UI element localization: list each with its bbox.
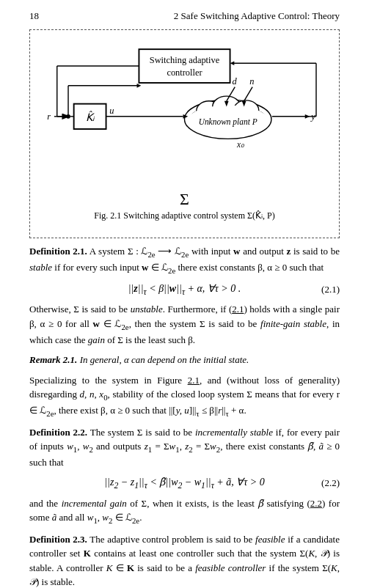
chapter-title: 2 Safe Switching Adaptive Control: Theor… bbox=[174, 10, 340, 22]
svg-line-24 bbox=[244, 87, 252, 101]
paragraph-fig-2-1: Specializing to the system in Figure 2.1… bbox=[29, 373, 340, 419]
equation-2-2: ||z2 − z1||τ < β̃||w2 − w1||τ + ã, ∀τ > … bbox=[29, 476, 340, 490]
svg-text:controller: controller bbox=[167, 67, 202, 78]
svg-text:d: d bbox=[232, 76, 237, 87]
diagram-svg: Switching adaptive controller K̂ᵢ Unknow… bbox=[37, 40, 332, 187]
svg-text:n: n bbox=[249, 76, 254, 87]
svg-text:K̂ᵢ: K̂ᵢ bbox=[86, 111, 95, 123]
remark-2-1-label: Remark 2.1. bbox=[29, 354, 77, 365]
page: 18 2 Safe Switching Adaptive Control: Th… bbox=[0, 0, 369, 588]
page-number: 18 bbox=[29, 10, 39, 22]
diagram: Switching adaptive controller K̂ᵢ Unknow… bbox=[37, 40, 332, 187]
svg-marker-39 bbox=[137, 84, 142, 88]
definition-2-2-block: Definition 2.2. The system Σ is said to … bbox=[29, 425, 340, 470]
eq-2-2-number: (2.2) bbox=[321, 477, 340, 489]
remark-2-1-text: In general, α can depend on the initial … bbox=[80, 354, 249, 365]
equation-2-1: ||z||τ < β||w||τ + α, ∀τ > 0 . (2.1) bbox=[29, 282, 340, 297]
eq-2-1-content: ||z||τ < β||w||τ + α, ∀τ > 0 . bbox=[128, 282, 241, 297]
eq-2-1-number: (2.1) bbox=[321, 284, 340, 295]
paragraph-after-def-2-2: and the incremental gain of Σ, when it e… bbox=[29, 496, 340, 526]
svg-point-15 bbox=[66, 114, 70, 119]
svg-text:x₀: x₀ bbox=[236, 140, 245, 149]
eq-2-2-content: ||z2 − z1||τ < β̃||w2 − w1||τ + ã, ∀τ > … bbox=[104, 476, 264, 490]
svg-text:u: u bbox=[109, 106, 114, 116]
definition-2-1-block: Definition 2.1. A system Σ : ℒ2e ⟶ ℒ2e w… bbox=[29, 244, 340, 276]
figure-container: Switching adaptive controller K̂ᵢ Unknow… bbox=[29, 29, 340, 238]
page-header: 18 2 Safe Switching Adaptive Control: Th… bbox=[29, 10, 340, 22]
remark-2-1-block: Remark 2.1. In general, α can depend on … bbox=[29, 353, 340, 367]
sigma-display: Σ bbox=[37, 190, 332, 209]
definition-2-2-label: Definition 2.2. bbox=[29, 427, 87, 438]
definition-2-3-label: Definition 2.3. bbox=[29, 534, 87, 545]
definition-2-3-block: Definition 2.3. The adaptive control pro… bbox=[29, 532, 340, 588]
svg-text:Unknown plant P: Unknown plant P bbox=[199, 117, 257, 127]
definition-2-1-label: Definition 2.1. bbox=[29, 246, 87, 257]
paragraph-after-def-2-1: Otherwise, Σ is said to be unstable. Fur… bbox=[29, 302, 340, 347]
svg-text:r: r bbox=[47, 111, 51, 122]
svg-text:Switching adaptive: Switching adaptive bbox=[150, 55, 220, 65]
figure-caption: Fig. 2.1 Switching adaptive control syst… bbox=[37, 210, 332, 221]
